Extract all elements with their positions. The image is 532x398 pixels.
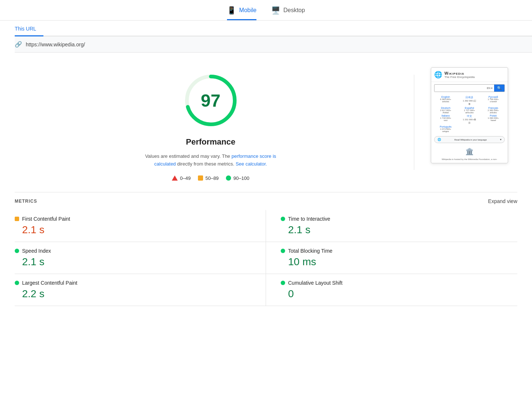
wikimedia-icon: 🏛️ <box>465 148 474 156</box>
tab-desktop-label: Desktop <box>283 7 305 14</box>
lang-italiano-name: Italiano <box>434 114 457 117</box>
calculator-link[interactable]: See calculator. <box>235 161 267 167</box>
score-circle: 97 <box>181 71 240 130</box>
lang-chinese-count: 1 231 000+條 <box>458 118 481 121</box>
mobile-icon: 📱 <box>227 6 236 15</box>
lang-espanol-unit: artículos <box>458 111 481 114</box>
preview-lang-selector: EN ▾ <box>485 85 494 92</box>
search-icon: 🔍 <box>497 86 501 90</box>
metric-tbt-value: 10 ms <box>281 256 517 268</box>
metric-fcp-value: 2.1 s <box>15 224 251 236</box>
metrics-section: METRICS Expand view First Contentful Pai… <box>0 192 532 317</box>
metric-si-value: 2.1 s <box>15 256 251 268</box>
lang-chinese-name: 中文 <box>458 114 481 118</box>
left-panel: 97 Performance Values are estimated and … <box>22 64 399 181</box>
legend-orange-label: 50–89 <box>205 175 219 181</box>
metric-tbt: Total Blocking Time 10 ms <box>266 242 517 274</box>
score-number: 97 <box>201 90 220 111</box>
legend-green: 90–100 <box>226 175 249 181</box>
metric-tti-name: Time to Interactive <box>288 216 330 222</box>
lang-english: English 6 383 000+ articles <box>434 96 457 106</box>
lang-polski: Polski 1 490 000+ haseł <box>482 114 505 125</box>
metric-fcp-name: First Contentful Paint <box>22 216 70 222</box>
metric-si-name-row: Speed Index <box>15 248 251 254</box>
metric-si-name: Speed Index <box>22 248 51 254</box>
tab-mobile-label: Mobile <box>239 7 256 14</box>
preview-search-button: 🔍 <box>494 85 504 92</box>
this-url-tab[interactable]: This URL <box>15 21 43 36</box>
metric-fcp-name-row: First Contentful Paint <box>15 216 251 222</box>
lang-deutsch: Deutsch 2 617 000+ Artikel <box>434 107 457 114</box>
expand-view-button[interactable]: Expand view <box>488 198 517 204</box>
metric-si-status-icon <box>15 249 19 253</box>
lang-polski-name: Polski <box>482 114 505 117</box>
lang-japanese-count: 1 292 000+記 <box>458 99 481 103</box>
lang-russian-name: Русский <box>482 96 505 98</box>
wikipedia-logo-icon: 🌐 <box>434 71 442 79</box>
performance-label: Performance <box>186 137 235 147</box>
preview-footer-text: Wikipedia is hosted by the Wikimedia Fou… <box>431 158 508 163</box>
desc-prefix: Values are estimated and may vary. The <box>145 153 231 159</box>
lang-espanol: Español 1 717 000+ artículos <box>458 107 481 114</box>
preview-title-block: Wikipedia The Free Encyclopedia <box>444 71 475 79</box>
lang-chinese: 中文 1 231 000+條 目 <box>458 114 481 125</box>
metrics-header: METRICS Expand view <box>15 192 517 210</box>
metric-tti-status-icon <box>281 217 285 221</box>
green-circle-icon <box>226 175 231 181</box>
tab-bar: 📱 Mobile 🖥️ Desktop <box>0 0 532 21</box>
red-triangle-icon <box>172 175 178 181</box>
metric-lcp-value: 2.2 s <box>15 288 251 300</box>
preview-subtitle: The Free Encyclopedia <box>444 75 475 79</box>
metric-fcp-status-icon <box>15 217 19 221</box>
metric-cls-name: Cumulative Layout Shift <box>288 280 343 286</box>
browser-preview: 🌐 Wikipedia The Free Encyclopedia EN ▾ 🔍… <box>431 67 508 163</box>
lang-espanol-name: Español <box>458 107 481 109</box>
metric-tti-name-row: Time to Interactive <box>281 216 517 222</box>
vertical-divider <box>414 75 414 170</box>
metric-si: Speed Index 2.1 s <box>15 242 266 274</box>
metric-lcp-name-row: Largest Contentful Paint <box>15 280 251 286</box>
tab-desktop[interactable]: 🖥️ Desktop <box>271 6 305 20</box>
preview-language-grid: English 6 383 000+ articles 日本語 1 292 00… <box>431 94 508 134</box>
metric-cls-status-icon <box>281 281 285 285</box>
legend-red-label: 0–49 <box>180 175 191 181</box>
performance-desc: Values are estimated and may vary. The p… <box>141 153 281 168</box>
metric-lcp: Largest Contentful Paint 2.2 s <box>15 274 266 306</box>
desktop-icon: 🖥️ <box>271 6 280 15</box>
read-btn-text: Read Wikipedia in your language <box>454 139 487 141</box>
lang-english-name: English <box>434 96 457 98</box>
preview-search: EN ▾ 🔍 <box>434 84 505 92</box>
metric-lcp-status-icon <box>15 281 19 285</box>
preview-search-input <box>435 85 485 92</box>
preview-header: 🌐 Wikipedia The Free Encyclopedia <box>431 68 508 82</box>
metrics-title: METRICS <box>15 199 37 204</box>
legend-orange: 50–89 <box>198 175 219 181</box>
main-content: 97 Performance Values are estimated and … <box>0 53 532 192</box>
url-input-row: 🔗 https://www.wikipedia.org/ <box>15 36 532 53</box>
preview-title: Wikipedia <box>444 71 475 75</box>
tab-mobile[interactable]: 📱 Mobile <box>227 6 256 20</box>
url-tabs: This URL <box>15 21 532 36</box>
translate-icon: 🌐 <box>437 138 441 141</box>
legend-red: 0–49 <box>172 175 191 181</box>
lang-francais: Français 2 382 000+ articles <box>482 107 505 114</box>
metric-cls-value: 0 <box>281 288 517 300</box>
lang-deutsch-unit: Artikel <box>434 111 457 114</box>
right-panel: 🌐 Wikipedia The Free Encyclopedia EN ▾ 🔍… <box>429 64 510 181</box>
lang-francais-unit: articles <box>482 111 505 114</box>
metric-cls-name-row: Cumulative Layout Shift <box>281 280 517 286</box>
lang-francais-name: Français <box>482 107 505 109</box>
lang-japanese-name: 日本語 <box>458 96 481 99</box>
lang-italiano-unit: voci <box>434 119 457 121</box>
lang-portugues-unit: artigos <box>434 130 457 132</box>
orange-square-icon <box>198 175 203 181</box>
legend: 0–49 50–89 90–100 <box>172 175 249 181</box>
metric-fcp: First Contentful Paint 2.1 s <box>15 210 266 242</box>
lang-portugues: Português 1 074 000+ artigos <box>434 125 457 132</box>
metric-tbt-status-icon <box>281 249 285 253</box>
preview-read-button: 🌐 Read Wikipedia in your language ▾ <box>434 136 505 143</box>
metric-tti: Time to Interactive 2.1 s <box>266 210 517 242</box>
metric-tti-value: 2.1 s <box>281 224 517 236</box>
metric-tbt-name: Total Blocking Time <box>288 248 333 254</box>
metric-tbt-name-row: Total Blocking Time <box>281 248 517 254</box>
